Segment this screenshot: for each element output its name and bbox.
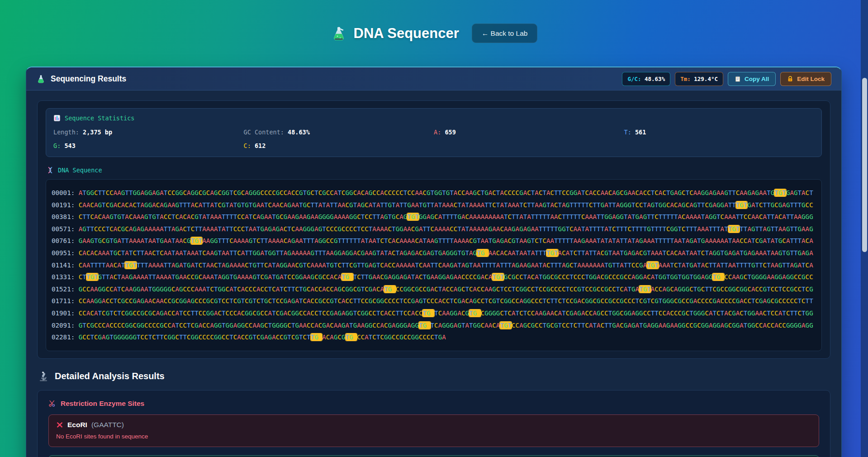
flask-icon: [36, 74, 46, 84]
results-card-header: Sequencing Results G/C: 48.63% Tm: 129.4…: [26, 67, 841, 90]
page-scrollbar-thumb[interactable]: [862, 78, 867, 252]
sequence-line-number: 00571:: [52, 225, 79, 233]
page-title-text: DNA Sequencer: [354, 25, 459, 42]
scissors-icon: [48, 400, 56, 407]
sequence-line: 00761: GAAGTGCGTGATTAAAATAATGAATAACGTGTA…: [52, 235, 816, 247]
codon-highlight: TGT: [86, 273, 98, 281]
sequence-line: 01521: GCCAAGGCCATCAAGGAATGGGGGCAGCCCAAA…: [52, 283, 816, 295]
codon-highlight: TGT: [639, 286, 651, 293]
stats-title-text: Sequence Statistics: [65, 114, 134, 122]
sequence-line: 00001: ATGGCTTCCAAGTTGGAGGAGATCCGGCAGGCG…: [52, 187, 816, 199]
sequence-statistics-box: Sequence Statistics Length: 2,375 bpGC C…: [46, 108, 822, 157]
sequence-line: 01141: CAATTTTAACATTGTTTTAAAATTAGATGATCT…: [52, 259, 816, 271]
stat-item: Length: 2,375 bp: [53, 129, 244, 136]
flask-icon: [331, 25, 347, 42]
codon-highlight: TGC: [477, 249, 489, 257]
codon-highlight: TGT: [407, 213, 419, 220]
edit-lock-label: Edit Lock: [797, 76, 825, 82]
codon-highlight: TGT: [492, 273, 504, 281]
codon-highlight: TGT: [647, 262, 659, 269]
codon-highlight: TGT: [125, 262, 137, 269]
codon-highlight: TGC: [712, 273, 724, 281]
sequence-line-number: 00381:: [52, 213, 79, 220]
sequence-line: 00381: CTTCACAAGTGTACAAAGTGTACCTCACACGTA…: [52, 211, 816, 223]
bar-chart-icon: [53, 114, 61, 122]
sequence-line-number: 01901:: [52, 309, 79, 317]
codon-highlight: TGC: [311, 333, 323, 341]
results-card-title: Sequencing Results: [36, 74, 126, 84]
codon-highlight: TGT: [774, 189, 786, 196]
codon-highlight: TGC: [342, 273, 353, 281]
codon-highlight: TGC: [469, 309, 481, 317]
sequence-line: 01901: CCACATCGTCTCGGCCGCGCAGACCATCCTTCC…: [52, 307, 816, 319]
sequence-line-number: 00001:: [52, 189, 79, 196]
codon-highlight: TGT: [546, 249, 558, 257]
dna-sequence-label-text: DNA Sequence: [58, 167, 102, 174]
next-section-partial: [48, 455, 819, 457]
back-to-lab-button[interactable]: ← Back to Lab: [472, 24, 538, 43]
sequence-line: 02091: GTCGCCCACCCCGGCGGCCCCGCCATCCTCGAC…: [52, 319, 816, 332]
sequence-statistics-title: Sequence Statistics: [53, 114, 814, 122]
analysis-panel: Restriction Enzyme Sites EcoRI (GAATTC)N…: [37, 390, 830, 457]
codon-highlight: TGC: [422, 309, 434, 317]
enzyme-list: EcoRI (GAATTC)No EcoRI sites found in se…: [48, 414, 819, 447]
stat-item: GC Content: 48.63%: [244, 129, 434, 136]
enzyme-result-box: EcoRI (GAATTC)No EcoRI sites found in se…: [48, 414, 819, 447]
codon-highlight: TGT: [736, 201, 748, 209]
sequence-line: 00571: AGTTCCCTCACGCAGAGAAAAATTAGACTCTTA…: [52, 223, 816, 235]
microscope-icon: [38, 371, 49, 382]
detailed-analysis-heading: Detailed Analysis Results: [38, 371, 830, 382]
sequence-line-number: 01711:: [52, 297, 79, 305]
stat-item: C: 612: [244, 142, 434, 149]
stat-item: G: 543: [53, 142, 244, 149]
clipboard-icon: [735, 76, 741, 82]
sequence-line: 01711: CCAAGGACCTCGCCGAGAACAACCGCGGAGCCC…: [52, 295, 816, 307]
lock-icon: [787, 76, 793, 82]
analysis-heading-text: Detailed Analysis Results: [55, 371, 165, 381]
page-scrollbar-track[interactable]: [861, 0, 868, 457]
enzyme-name: EcoRI: [67, 421, 87, 429]
stat-item: A: 659: [434, 129, 624, 136]
sequence-line: 02281: GCCTCGAGTGGGGGGTCCTCTTCGGCTTCGGCC…: [52, 331, 816, 343]
restriction-sites-title-text: Restriction Enzyme Sites: [61, 400, 144, 408]
page-header: DNA Sequencer ← Back to Lab: [0, 0, 868, 43]
sequence-panel: Sequence Statistics Length: 2,375 bpGC C…: [37, 100, 830, 359]
sequence-line-number: 01141:: [52, 262, 79, 269]
stats-grid: Length: 2,375 bpGC Content: 48.63%A: 659…: [53, 129, 814, 149]
enzyme-message: No EcoRI sites found in sequence: [56, 433, 811, 440]
sequence-line: 00951: CACACAAATGCTATCTTAACTCAATAATAAATC…: [52, 247, 816, 259]
codon-highlight: TGT: [191, 237, 203, 244]
sequence-line-number: 01331:: [52, 273, 79, 281]
enzyme-site: (GAATTC): [91, 421, 124, 429]
dna-icon: [47, 167, 54, 174]
copy-all-button[interactable]: Copy All: [728, 72, 776, 86]
dna-sequence-box: 00001: ATGGCTTCCAAGTTGGAGGAGATCCGGCAGGCG…: [46, 179, 822, 351]
codon-highlight: TGC: [384, 286, 396, 293]
sequence-line: 00191: CAACAGTCGACACACTAGGACAGAAGTTTACAT…: [52, 199, 816, 211]
sequencing-results-card: Sequencing Results G/C: 48.63% Tm: 129.4…: [26, 67, 842, 457]
sequence-line: 01331: CTTGTGTTACTAAGAAAATTAAAATGAACCGCA…: [52, 271, 816, 283]
copy-all-label: Copy All: [745, 76, 769, 82]
restriction-sites-title: Restriction Enzyme Sites: [48, 400, 819, 408]
page-title: DNA Sequencer: [331, 25, 459, 42]
results-header-actions: G/C: 48.63% Tm: 129.4°C Copy All Edit Lo…: [622, 72, 831, 86]
edit-lock-button[interactable]: Edit Lock: [780, 72, 831, 86]
enzyme-head: EcoRI (GAATTC): [56, 421, 811, 429]
dna-sequence-label: DNA Sequence: [47, 167, 821, 174]
sequence-line-number: 02281:: [52, 333, 79, 341]
sequence-line-number: 00761:: [52, 237, 79, 244]
results-title-text: Sequencing Results: [51, 74, 126, 84]
sequence-line-number: 02091:: [52, 322, 79, 329]
codon-highlight: TGC: [346, 333, 357, 341]
sequence-line-number: 00951:: [52, 249, 79, 257]
sequence-line-number: 00191:: [52, 201, 79, 209]
codon-highlight: TGT: [500, 322, 512, 329]
codon-highlight: TGT: [728, 225, 740, 233]
sequence-line-number: 01521:: [52, 286, 79, 293]
stat-item: T: 561: [624, 129, 815, 136]
tm-badge: Tm: 129.4°C: [675, 72, 723, 86]
gc-badge: G/C: 48.63%: [622, 72, 670, 86]
x-mark-icon: [56, 421, 63, 428]
codon-highlight: TGC: [419, 322, 431, 329]
